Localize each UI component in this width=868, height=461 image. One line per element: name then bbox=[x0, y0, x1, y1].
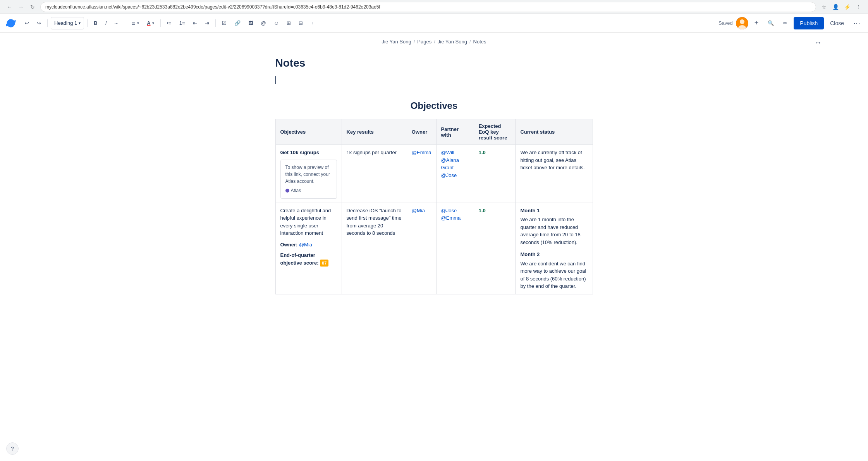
plus-icon: + bbox=[311, 20, 314, 26]
separator-4 bbox=[160, 19, 161, 27]
redo-icon: ↪ bbox=[37, 20, 41, 26]
mention-button[interactable]: @ bbox=[258, 17, 269, 29]
toolbar-right: Saved + 🔍 ✏ Publish Close ⋯ bbox=[718, 17, 863, 29]
bold-button[interactable]: B bbox=[91, 17, 100, 29]
row1-partner-with[interactable]: @Will @Alana Grant @Jose bbox=[436, 145, 474, 203]
table-button[interactable]: ⊞ bbox=[284, 17, 294, 29]
row1-expected-score[interactable]: 1.0 bbox=[474, 145, 516, 203]
objectives-table: Objectives Key results Owner Partner wit… bbox=[275, 119, 593, 294]
col-partner-with: Partner with bbox=[436, 119, 474, 145]
breadcrumb-jie-yan-song-2[interactable]: Jie Yan Song bbox=[438, 39, 467, 45]
more-options-button[interactable]: ⋯ bbox=[850, 17, 863, 29]
row1-score-value: 1.0 bbox=[479, 150, 486, 155]
italic-button[interactable]: I bbox=[102, 17, 110, 29]
expand-width-button[interactable]: ↔ bbox=[815, 39, 822, 47]
back-button[interactable]: ← bbox=[5, 2, 14, 12]
row2-key-results[interactable]: Decrease iOS "launch to send first messa… bbox=[342, 203, 407, 294]
browser-controls: ← → ↻ bbox=[5, 2, 37, 12]
row1-objectives[interactable]: Get 10k signups To show a preview of thi… bbox=[275, 145, 342, 203]
forward-button[interactable]: → bbox=[16, 2, 26, 12]
address-bar[interactable]: mycloudconfluence.atlassian.net/wiki/spa… bbox=[40, 2, 816, 12]
close-button[interactable]: Close bbox=[827, 17, 847, 29]
col-objectives: Objectives bbox=[275, 119, 342, 145]
link-button[interactable]: 🔗 bbox=[231, 17, 244, 29]
row2-objectives[interactable]: Create a delightful and helpful experien… bbox=[275, 203, 342, 294]
row2-partner-with[interactable]: @Jose @Emma bbox=[436, 203, 474, 294]
layout-button[interactable]: ⊟ bbox=[296, 17, 306, 29]
heading-dropdown[interactable]: Heading 1 ▾ bbox=[51, 17, 84, 29]
color-button[interactable]: A ▾ bbox=[144, 17, 157, 29]
indent-more-button[interactable]: ⇥ bbox=[202, 17, 212, 29]
row1-current-status[interactable]: We are currently off track of hitting ou… bbox=[516, 145, 593, 203]
task-button[interactable]: ☑ bbox=[219, 17, 230, 29]
color-icon: A bbox=[147, 20, 150, 26]
row2-owner[interactable]: @Mia bbox=[407, 203, 436, 294]
separator-1 bbox=[47, 19, 48, 27]
row2-month2-text: We are confident we can find more way to… bbox=[520, 260, 588, 290]
task-icon: ☑ bbox=[222, 20, 227, 26]
row1-owner-mention: @Emma bbox=[412, 150, 431, 155]
profile-icon[interactable]: 👤 bbox=[831, 2, 840, 12]
more-text-button[interactable]: ··· bbox=[111, 17, 122, 29]
atlas-link[interactable]: Atlas bbox=[285, 187, 301, 194]
col-key-results: Key results bbox=[342, 119, 407, 145]
redo-button[interactable]: ↪ bbox=[34, 17, 44, 29]
objectives-heading[interactable]: Objectives bbox=[275, 100, 593, 111]
row2-month2-label: Month 2 bbox=[520, 251, 588, 258]
undo-button[interactable]: ↩ bbox=[22, 17, 32, 29]
row2-eoq-label: End-of-quarter objective score: bbox=[280, 252, 320, 266]
editor-wrapper: Notes Objectives Objectives Key results … bbox=[268, 48, 601, 294]
row2-partner-emma: @Emma bbox=[441, 215, 461, 221]
bookmark-icon[interactable]: ☆ bbox=[819, 2, 828, 12]
more-text-icon: ··· bbox=[114, 20, 119, 26]
number-list-button[interactable]: 1≡ bbox=[176, 17, 188, 29]
row2-owner-label: Owner: bbox=[280, 242, 299, 248]
indent-less-icon: ⇤ bbox=[193, 20, 197, 26]
atlas-dot-icon bbox=[285, 189, 289, 193]
media-button[interactable]: 🖼 bbox=[245, 17, 256, 29]
confluence-logo[interactable] bbox=[5, 17, 17, 29]
breadcrumb-jie-yan-song[interactable]: Jie Yan Song bbox=[382, 39, 411, 45]
url-text: mycloudconfluence.atlassian.net/wiki/spa… bbox=[45, 4, 380, 10]
table-row: Create a delightful and helpful experien… bbox=[275, 203, 593, 294]
row1-obj-title: Get 10k signups bbox=[280, 149, 337, 157]
breadcrumb-sep-1: / bbox=[414, 39, 415, 45]
row1-key-results[interactable]: 1k signups per quarter bbox=[342, 145, 407, 203]
row1-status-text: We are currently off track of hitting ou… bbox=[520, 150, 584, 170]
reload-button[interactable]: ↻ bbox=[28, 2, 37, 12]
extensions-icon[interactable]: ⚡ bbox=[842, 2, 852, 12]
breadcrumb-bar: Jie Yan Song / Pages / Jie Yan Song / No… bbox=[0, 33, 868, 48]
menu-icon[interactable]: ⋮ bbox=[854, 2, 863, 12]
cursor-line[interactable] bbox=[275, 76, 593, 85]
avatar[interactable] bbox=[736, 17, 748, 29]
indent-less-button[interactable]: ⇤ bbox=[190, 17, 200, 29]
row1-partner-will: @Will bbox=[441, 150, 454, 155]
help-button[interactable]: ? bbox=[6, 442, 19, 455]
more-insert-button[interactable]: + bbox=[308, 17, 317, 29]
breadcrumb-pages[interactable]: Pages bbox=[417, 39, 431, 45]
row2-current-status[interactable]: Month 1 We are 1 month into the quarter … bbox=[516, 203, 593, 294]
content-area: Jie Yan Song / Pages / Jie Yan Song / No… bbox=[0, 33, 868, 461]
align-button[interactable]: ≣ ▾ bbox=[128, 17, 142, 29]
emoji-button[interactable]: ☺ bbox=[271, 17, 282, 29]
row2-owner-mention: @Mia bbox=[299, 242, 312, 248]
row2-partner-jose: @Jose bbox=[441, 208, 457, 213]
row1-partner-alana: @Alana Grant bbox=[441, 157, 459, 171]
page-title[interactable]: Notes bbox=[275, 57, 593, 69]
bullet-list-button[interactable]: •≡ bbox=[164, 17, 175, 29]
add-button[interactable]: + bbox=[751, 17, 762, 29]
row2-score-value: 1.0 bbox=[479, 208, 486, 213]
search-button[interactable]: 🔍 bbox=[765, 17, 777, 29]
saved-label: Saved bbox=[718, 20, 733, 26]
help-icon: ? bbox=[11, 446, 14, 452]
edit-mode-button[interactable]: ✏ bbox=[780, 17, 791, 29]
bold-icon: B bbox=[94, 20, 97, 26]
row1-owner[interactable]: @Emma bbox=[407, 145, 436, 203]
heading-label: Heading 1 bbox=[54, 20, 77, 26]
bullet-list-icon: •≡ bbox=[167, 20, 172, 26]
browser-bar: ← → ↻ mycloudconfluence.atlassian.net/wi… bbox=[0, 0, 868, 14]
layout-icon: ⊟ bbox=[299, 20, 303, 26]
row2-month1-text: We are 1 month into the quarter and have… bbox=[520, 216, 588, 246]
row2-expected-score[interactable]: 1.0 bbox=[474, 203, 516, 294]
publish-button[interactable]: Publish bbox=[794, 17, 824, 29]
